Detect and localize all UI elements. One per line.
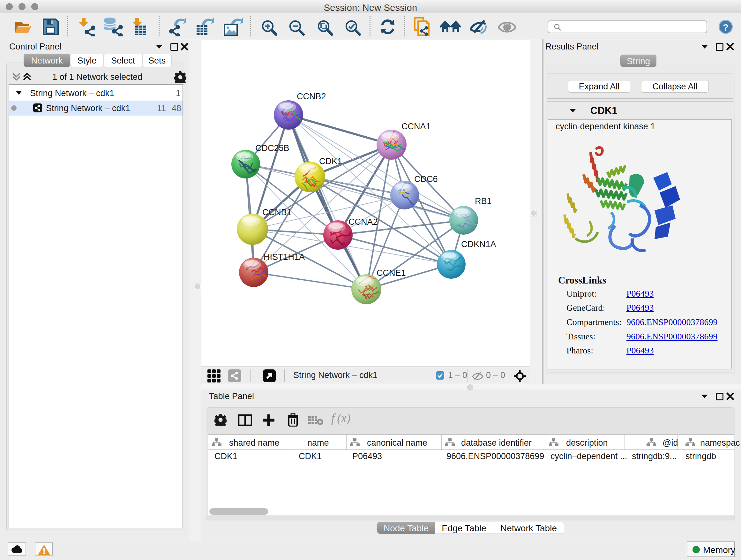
svg-text:CCNB2: CCNB2 [297, 91, 326, 101]
svg-text:CDKN1A: CDKN1A [461, 240, 496, 249]
svg-text:RB1: RB1 [475, 196, 492, 206]
svg-text:CCNA2: CCNA2 [348, 217, 378, 227]
svg-text:CDC25B: CDC25B [255, 143, 289, 153]
svg-text:CCNB1: CCNB1 [262, 207, 292, 217]
svg-text:CDK1: CDK1 [319, 157, 342, 166]
svg-text:HIST1H1A: HIST1H1A [264, 252, 305, 262]
svg-text:CDC6: CDC6 [414, 174, 438, 184]
svg-text:CCNA1: CCNA1 [401, 122, 431, 131]
svg-text:CCNE1: CCNE1 [377, 268, 406, 278]
